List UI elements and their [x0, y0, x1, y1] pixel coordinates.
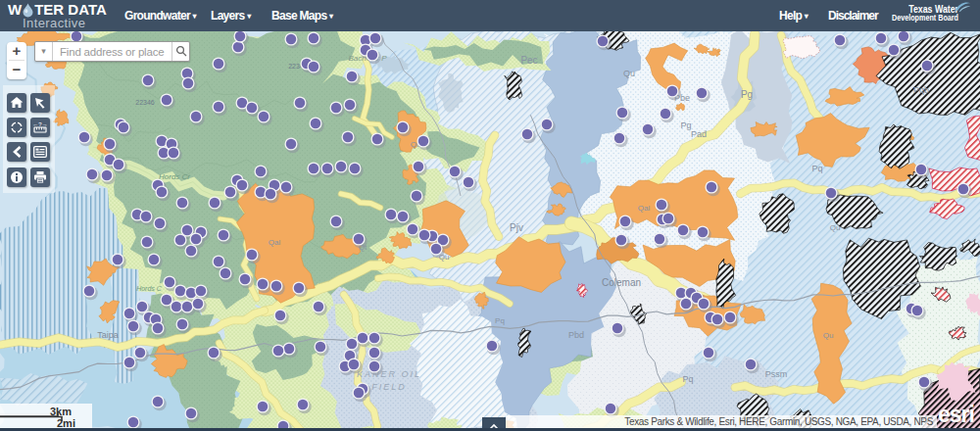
svg-text:22346: 22346 — [135, 99, 155, 106]
svg-text:Qu: Qu — [823, 331, 834, 340]
svg-text:Taipa: Taipa — [97, 330, 119, 340]
svg-text:Pg: Pg — [741, 89, 753, 100]
svg-text:Pqb: Pqb — [913, 85, 929, 95]
svg-text:Pq: Pq — [811, 164, 822, 173]
svg-text:Qu: Qu — [830, 223, 841, 232]
svg-text:Qal: Qal — [638, 204, 651, 213]
svg-text:Pjv: Pjv — [510, 222, 523, 233]
svg-text:Pbd: Pbd — [568, 330, 584, 340]
svg-text:Qal: Qal — [269, 238, 281, 247]
svg-text:Pg: Pg — [680, 120, 691, 130]
svg-text:←?→: ←?→ — [33, 121, 47, 127]
svg-text:Hords Cr: Hords Cr — [159, 172, 190, 181]
svg-text:Pec: Pec — [520, 55, 537, 66]
svg-text:Pad: Pad — [691, 129, 707, 139]
svg-text:Coleman: Coleman — [602, 277, 641, 288]
svg-text:Pssm: Pssm — [765, 369, 788, 379]
svg-text:Hords C: Hords C — [136, 285, 163, 292]
svg-text:Pq: Pq — [682, 374, 693, 384]
svg-text:FIELD: FIELD — [371, 382, 407, 392]
svg-text:KANER OIL: KANER OIL — [357, 369, 421, 379]
svg-text:Qu: Qu — [623, 69, 635, 78]
svg-text:Pq: Pq — [495, 316, 505, 325]
